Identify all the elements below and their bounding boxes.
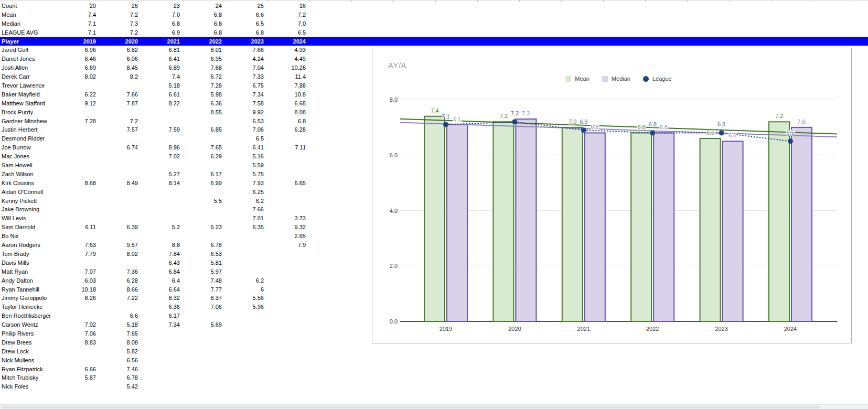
mean-bar[interactable] bbox=[562, 127, 583, 321]
row-label-cell[interactable]: Nick Foles bbox=[0, 382, 58, 391]
value-cell[interactable]: 6.85 bbox=[184, 125, 226, 134]
value-cell[interactable] bbox=[267, 188, 309, 197]
value-cell[interactable]: 7.84 bbox=[142, 250, 184, 259]
value-cell[interactable] bbox=[58, 81, 100, 90]
value-cell[interactable]: 6.36 bbox=[142, 303, 184, 311]
value-cell[interactable] bbox=[267, 311, 309, 320]
value-cell[interactable] bbox=[226, 356, 267, 365]
value-cell[interactable] bbox=[267, 356, 309, 365]
value-cell[interactable]: 8.2 bbox=[100, 72, 142, 81]
row-label-cell[interactable]: Will Levis bbox=[0, 214, 58, 223]
row-label-cell[interactable]: Median bbox=[0, 19, 58, 28]
value-cell[interactable] bbox=[184, 365, 226, 374]
row-label-cell[interactable]: Drew Brees bbox=[0, 338, 58, 347]
value-cell[interactable]: 6.8 bbox=[142, 19, 184, 28]
value-cell[interactable] bbox=[267, 373, 309, 382]
aya-chart[interactable]: 0.02.04.06.08.07.47.17.17.27.27.37.06.96… bbox=[372, 48, 852, 343]
league-point[interactable] bbox=[650, 130, 655, 135]
row-label-cell[interactable]: Count bbox=[0, 2, 58, 10]
value-cell[interactable]: 7.66 bbox=[226, 46, 267, 55]
value-cell[interactable]: 8.49 bbox=[100, 179, 142, 188]
value-cell[interactable]: 8.66 bbox=[100, 285, 142, 294]
value-cell[interactable] bbox=[100, 188, 142, 197]
header-cell-year[interactable]: 2022 bbox=[184, 37, 226, 46]
row-label-cell[interactable]: Jake Browning bbox=[0, 205, 58, 214]
row-label-cell[interactable]: Aaron Rodgers bbox=[0, 241, 58, 250]
row-label-cell[interactable]: Taylor Heinecke bbox=[0, 303, 58, 311]
value-cell[interactable] bbox=[100, 81, 142, 90]
value-cell[interactable] bbox=[58, 125, 100, 134]
value-cell[interactable]: 8.08 bbox=[267, 108, 309, 117]
median-bar[interactable] bbox=[447, 125, 467, 321]
header-cell-player[interactable]: Player bbox=[0, 37, 58, 46]
value-cell[interactable]: 6.99 bbox=[184, 179, 226, 188]
value-cell[interactable]: 6.41 bbox=[226, 143, 267, 152]
value-cell[interactable]: 6.46 bbox=[58, 55, 100, 63]
value-cell[interactable]: 7.02 bbox=[58, 320, 100, 329]
row-label-cell[interactable]: Baker Mayfield bbox=[0, 90, 58, 99]
value-cell[interactable]: 7.06 bbox=[226, 125, 267, 134]
row-label-cell[interactable]: Kenny Pickett bbox=[0, 197, 58, 206]
value-cell[interactable] bbox=[58, 356, 100, 365]
value-cell[interactable] bbox=[142, 214, 184, 223]
value-cell[interactable]: 6.9 bbox=[142, 28, 184, 37]
value-cell[interactable]: 6.72 bbox=[184, 72, 226, 81]
value-cell[interactable]: 7.2 bbox=[267, 10, 309, 19]
value-cell[interactable]: 5.56 bbox=[226, 294, 267, 303]
value-cell[interactable]: 7.33 bbox=[226, 72, 267, 81]
value-cell[interactable] bbox=[267, 250, 309, 259]
value-cell[interactable] bbox=[184, 205, 226, 214]
value-cell[interactable] bbox=[142, 205, 184, 214]
value-cell[interactable]: 7.58 bbox=[226, 99, 267, 108]
value-cell[interactable]: 6.17 bbox=[184, 170, 226, 179]
value-cell[interactable] bbox=[58, 108, 100, 117]
value-cell[interactable] bbox=[267, 285, 309, 294]
value-cell[interactable] bbox=[142, 197, 184, 206]
value-cell[interactable]: 4.93 bbox=[267, 46, 309, 55]
value-cell[interactable]: 7.28 bbox=[184, 81, 226, 90]
row-label-cell[interactable]: Drew Lock bbox=[0, 347, 58, 356]
value-cell[interactable]: 26 bbox=[100, 2, 142, 10]
value-cell[interactable]: 7.2 bbox=[100, 28, 142, 37]
value-cell[interactable] bbox=[267, 267, 309, 276]
value-cell[interactable] bbox=[100, 108, 142, 117]
value-cell[interactable]: 6.28 bbox=[267, 125, 309, 134]
value-cell[interactable]: 7.68 bbox=[184, 63, 226, 72]
value-cell[interactable]: 6.2 bbox=[226, 197, 267, 206]
value-cell[interactable]: 5.2 bbox=[142, 223, 184, 232]
value-cell[interactable]: 10.8 bbox=[267, 90, 309, 99]
value-cell[interactable] bbox=[100, 232, 142, 241]
value-cell[interactable]: 5.18 bbox=[142, 81, 184, 90]
value-cell[interactable]: 8.14 bbox=[142, 179, 184, 188]
row-label-cell[interactable]: Joe Burrow bbox=[0, 143, 58, 152]
value-cell[interactable] bbox=[267, 259, 309, 267]
value-cell[interactable]: 5.96 bbox=[226, 303, 267, 311]
league-point[interactable] bbox=[581, 127, 586, 133]
value-cell[interactable]: 3.73 bbox=[267, 214, 309, 223]
value-cell[interactable] bbox=[58, 311, 100, 320]
value-cell[interactable]: 2.65 bbox=[267, 232, 309, 241]
value-cell[interactable]: 6.6 bbox=[226, 10, 267, 19]
value-cell[interactable]: 8.8 bbox=[142, 241, 184, 250]
value-cell[interactable]: 8.68 bbox=[58, 179, 100, 188]
value-cell[interactable]: 8.55 bbox=[184, 108, 226, 117]
value-cell[interactable] bbox=[100, 214, 142, 223]
value-cell[interactable]: 25 bbox=[226, 2, 267, 10]
value-cell[interactable]: 8.45 bbox=[100, 63, 142, 72]
mean-bar[interactable] bbox=[493, 122, 513, 321]
league-point[interactable] bbox=[788, 138, 793, 144]
value-cell[interactable]: 23 bbox=[142, 2, 184, 10]
value-cell[interactable]: 7.3 bbox=[100, 19, 142, 28]
value-cell[interactable]: 6.8 bbox=[226, 28, 267, 37]
value-cell[interactable]: 6.66 bbox=[58, 365, 100, 374]
horizontal-scrollbar[interactable] bbox=[0, 404, 868, 409]
value-cell[interactable] bbox=[142, 161, 184, 170]
value-cell[interactable] bbox=[142, 117, 184, 126]
median-bar[interactable] bbox=[653, 133, 674, 321]
row-label-cell[interactable]: Ryan Fitzpatrick bbox=[0, 365, 58, 374]
value-cell[interactable] bbox=[58, 161, 100, 170]
value-cell[interactable] bbox=[58, 214, 100, 223]
value-cell[interactable]: 5.75 bbox=[226, 170, 267, 179]
value-cell[interactable]: 5.23 bbox=[184, 223, 226, 232]
value-cell[interactable]: 6.17 bbox=[142, 311, 184, 320]
